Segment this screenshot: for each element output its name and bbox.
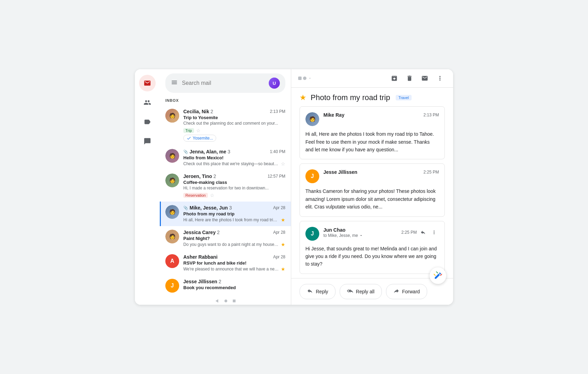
- scroll-square: [233, 300, 236, 302]
- compose-fab[interactable]: [430, 267, 446, 284]
- message-avatar-3: J: [305, 227, 319, 241]
- email-content-7: Jesse Jillissen 2 Book you recommended: [183, 279, 285, 291]
- search-input[interactable]: [182, 80, 265, 86]
- email-star-4[interactable]: ★: [281, 217, 285, 223]
- message-header-1: 🧑 Mike Ray 2:13 PM: [305, 112, 439, 126]
- forward-btn-label: Forward: [402, 289, 420, 294]
- sidebar-icon-contacts[interactable]: [139, 94, 156, 111]
- email-star-6[interactable]: ★: [281, 266, 285, 272]
- email-item-7[interactable]: J Jesse Jillissen 2 Book you recommended: [160, 275, 291, 296]
- message-meta-3: Jun Chao to Mike, Jesse, me 2:25 PM: [323, 227, 439, 238]
- email-time-4: Apr 28: [273, 205, 285, 210]
- scroll-dot: [224, 300, 227, 302]
- email-sender-2: Jenna, Alan, me 3: [190, 149, 230, 154]
- sidebar-icon-labels[interactable]: [139, 114, 156, 130]
- email-preview-6: We're pleased to announce that we will h…: [183, 267, 279, 271]
- email-view-toolbar: [291, 69, 453, 88]
- archive-button[interactable]: [388, 72, 401, 84]
- message-item-1: 🧑 Mike Ray 2:13 PM Hi all, Here are the …: [300, 106, 445, 159]
- email-avatar-6: A: [165, 254, 179, 268]
- delete-button[interactable]: [403, 72, 416, 84]
- email-preview-4: Hi all, Here are the photos I took from …: [183, 217, 279, 222]
- mark-read-button[interactable]: [419, 72, 431, 84]
- email-sender-7: Jesse Jillissen 2: [183, 279, 221, 284]
- forward-button[interactable]: Forward: [386, 284, 427, 299]
- email-chip-1: Trip: [183, 128, 194, 133]
- message-item-3: J Jun Chao to Mike, Jesse, me: [300, 221, 445, 274]
- email-content-2: 📎 Jenna, Alan, me 3 1:40 PM Hello from M…: [183, 149, 285, 167]
- message-sender-row-3: Jun Chao to Mike, Jesse, me 2:25 PM: [323, 227, 439, 238]
- email-item-4[interactable]: 🧑 📎 Mike, Jesse, Jun 3 Apr 28 Photo from…: [160, 202, 291, 226]
- email-item-1[interactable]: 🧑 Cecilia, Nik 2 2:13 PM Trip to Yosemit…: [160, 105, 291, 145]
- message-sender-row-2: Jesse Jillissen 2:25 PM: [323, 169, 439, 175]
- sidebar-icon-chat[interactable]: [139, 133, 156, 150]
- more-msg-icon[interactable]: [429, 228, 439, 237]
- email-preview-1: Check out the planning doc and comment o…: [183, 121, 278, 126]
- sidebar: [135, 69, 160, 305]
- email-avatar-2: 🧑: [165, 149, 179, 163]
- message-time-1: 2:13 PM: [423, 113, 439, 117]
- email-preview-3: Hi, I made a reservation for two in down…: [183, 186, 269, 190]
- reply-all-btn-icon: [347, 288, 353, 295]
- email-header-6: Asher Rabbani Apr 28: [183, 254, 285, 260]
- email-header-5: Jessica Carey 2 Apr 28: [183, 230, 285, 235]
- reply-btn-icon: [307, 288, 313, 295]
- email-avatar-4: 🧑: [165, 205, 179, 219]
- user-avatar[interactable]: U: [269, 78, 280, 89]
- message-to-3: to Mike, Jesse, me: [323, 233, 363, 238]
- page-circle: [303, 77, 306, 80]
- email-item-3[interactable]: 🧑 Jeroen, Tino 2 12:57 PM Coffee-making …: [160, 170, 291, 202]
- email-time-5: Apr 28: [273, 230, 285, 235]
- more-options-button[interactable]: [434, 72, 446, 84]
- thread-star[interactable]: ★: [300, 93, 306, 102]
- email-star-2[interactable]: ☆: [281, 161, 285, 167]
- message-sender-name-3: Jun Chao: [323, 227, 346, 233]
- message-avatar-2: J: [305, 169, 319, 183]
- email-time-3: 12:57 PM: [268, 174, 285, 179]
- email-header-4: 📎 Mike, Jesse, Jun 3 Apr 28: [183, 205, 285, 211]
- message-header-2: J Jesse Jillissen 2:25 PM: [305, 169, 439, 183]
- email-item-2[interactable]: 🧑 📎 Jenna, Alan, me 3 1:40 PM Hello from…: [160, 145, 291, 170]
- email-subject-6: RSVP for lunch and bike ride!: [183, 260, 285, 266]
- message-body-2: Thanks Cameron for sharing your photos! …: [305, 187, 439, 211]
- email-subject-3: Coffee-making class: [183, 180, 285, 185]
- email-time-1: 2:13 PM: [270, 109, 285, 114]
- reply-all-button[interactable]: Reply all: [340, 284, 382, 299]
- email-time-2: 1:40 PM: [270, 149, 285, 154]
- email-subject-7: Book you recommended: [183, 285, 285, 290]
- email-header-1: Cecilia, Nik 2 2:13 PM: [183, 109, 285, 114]
- email-preview-5: Do you guys want to do a paint night at …: [183, 242, 279, 247]
- email-sender-3: Jeroen, Tino 2: [183, 173, 216, 179]
- scroll-back-icon[interactable]: [215, 299, 219, 303]
- email-item-5[interactable]: 🧑 Jessica Carey 2 Apr 28 Paint Night? Do…: [160, 226, 291, 251]
- email-preview-2: Check out this place that we're staying—…: [183, 161, 279, 166]
- sidebar-icon-inbox[interactable]: [139, 75, 156, 91]
- email-subject-1: Trip to Yosemite: [183, 115, 285, 120]
- message-sender-name-2: Jesse Jillissen: [323, 169, 357, 175]
- email-content-6: Asher Rabbani Apr 28 RSVP for lunch and …: [183, 254, 285, 272]
- email-item-6[interactable]: A Asher Rabbani Apr 28 RSVP for lunch an…: [160, 251, 291, 275]
- pagination: [298, 76, 312, 80]
- email-content-1: Cecilia, Nik 2 2:13 PM Trip to Yosemite …: [183, 109, 285, 142]
- right-panel: ★ Photo from my road trip Travel 🧑 Mike …: [291, 69, 453, 305]
- email-star-5[interactable]: ★: [281, 242, 285, 247]
- clip-icon-4: 📎: [183, 206, 188, 210]
- email-sender-1: Cecilia, Nik 2: [183, 109, 213, 114]
- thread-tag: Travel: [396, 95, 412, 100]
- message-meta-1: Mike Ray 2:13 PM: [323, 112, 439, 118]
- reply-button[interactable]: Reply: [300, 284, 336, 299]
- email-content-4: 📎 Mike, Jesse, Jun 3 Apr 28 Photo from m…: [183, 205, 285, 223]
- email-sender-4: Mike, Jesse, Jun 3: [190, 205, 232, 211]
- reply-icon[interactable]: [418, 228, 428, 237]
- email-subject-2: Hello from Mexico!: [183, 155, 285, 160]
- reply-btn-label: Reply: [316, 289, 328, 294]
- email-avatar-7: J: [165, 279, 179, 293]
- search-bar[interactable]: U: [165, 73, 285, 93]
- page-dot-1: [298, 77, 302, 80]
- chevron-down-icon: [308, 76, 312, 80]
- message-sender-row-1: Mike Ray 2:13 PM: [323, 112, 439, 118]
- email-star-1[interactable]: ☆: [196, 128, 201, 133]
- email-chip-3: Reservation: [183, 193, 208, 198]
- email-star-3[interactable]: ☆: [210, 193, 214, 198]
- email-content-5: Jessica Carey 2 Apr 28 Paint Night? Do y…: [183, 230, 285, 247]
